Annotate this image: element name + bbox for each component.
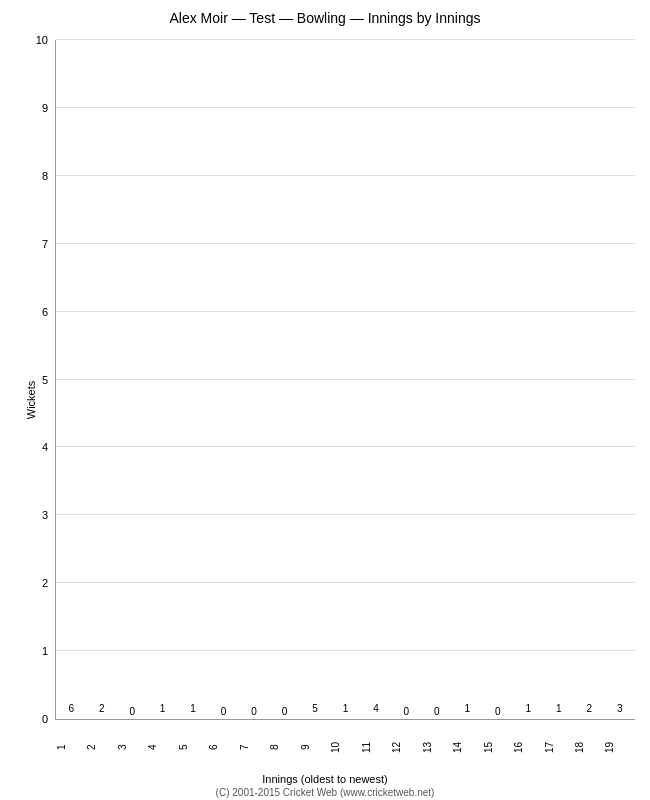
y-axis-label: Wickets: [25, 381, 37, 420]
bar-zero-label: 0: [251, 706, 257, 717]
bar-group: 0: [239, 706, 269, 719]
x-tick-label: 2: [86, 727, 116, 767]
x-axis-label: Innings (oldest to newest): [0, 773, 650, 785]
bar-value-label: 1: [343, 703, 349, 714]
bar-value-label: 4: [373, 703, 379, 714]
y-tick-label: 9: [18, 102, 48, 114]
y-tick-label: 10: [18, 34, 48, 46]
bar-value-label: 1: [525, 703, 531, 714]
bar-value-label: 1: [190, 703, 196, 714]
x-tick-label: 7: [239, 727, 269, 767]
x-tick-label: 10: [330, 727, 360, 767]
bar-group: 0: [422, 706, 452, 719]
chart-container: Alex Moir — Test — Bowling — Innings by …: [0, 0, 650, 800]
bar-group: 0: [117, 706, 147, 719]
chart-title: Alex Moir — Test — Bowling — Innings by …: [0, 0, 650, 31]
x-tick-label: 3: [117, 727, 147, 767]
bar-zero-label: 0: [129, 706, 135, 717]
copyright-text: (C) 2001-2015 Cricket Web (www.cricketwe…: [0, 787, 650, 798]
chart-area: 0123456789106201100051400101123123456789…: [55, 40, 635, 720]
x-tick-label: 5: [178, 727, 208, 767]
bar-zero-label: 0: [404, 706, 410, 717]
x-tick-label: 1: [56, 727, 86, 767]
x-tick-label: 17: [544, 727, 574, 767]
y-tick-label: 7: [18, 238, 48, 250]
bar-value-label: 5: [312, 703, 318, 714]
x-tick-label: 13: [422, 727, 452, 767]
bar-zero-label: 0: [495, 706, 501, 717]
bar-group: 0: [391, 706, 421, 719]
bar-group: 0: [483, 706, 513, 719]
bar-group: 0: [269, 706, 299, 719]
x-tick-label: 15: [483, 727, 513, 767]
bar-zero-label: 0: [221, 706, 227, 717]
y-tick-label: 2: [18, 577, 48, 589]
bars-container: 6201100051400101123: [56, 40, 635, 719]
y-tick-label: 6: [18, 306, 48, 318]
bar-value-label: 1: [556, 703, 562, 714]
bar-zero-label: 0: [434, 706, 440, 717]
x-tick-label: 12: [391, 727, 421, 767]
bar-group: 0: [208, 706, 238, 719]
bar-value-label: 2: [99, 703, 105, 714]
x-labels-container: 12345678910111213141516171819: [56, 727, 635, 767]
x-tick-label: 16: [513, 727, 543, 767]
x-tick-label: 6: [208, 727, 238, 767]
bar-value-label: 3: [617, 703, 623, 714]
bar-zero-label: 0: [282, 706, 288, 717]
y-tick-label: 0: [18, 713, 48, 725]
x-tick-label: 18: [574, 727, 604, 767]
x-tick-label: 19: [604, 727, 634, 767]
y-tick-label: 1: [18, 645, 48, 657]
x-tick-label: 9: [300, 727, 330, 767]
x-tick-label: 4: [147, 727, 177, 767]
bar-value-label: 2: [586, 703, 592, 714]
y-tick-label: 4: [18, 441, 48, 453]
bar-value-label: 6: [68, 703, 74, 714]
y-tick-label: 5: [18, 374, 48, 386]
x-tick-label: 14: [452, 727, 482, 767]
bar-value-label: 1: [160, 703, 166, 714]
y-tick-label: 3: [18, 509, 48, 521]
x-tick-label: 8: [269, 727, 299, 767]
x-tick-label: 11: [361, 727, 391, 767]
bar-value-label: 1: [465, 703, 471, 714]
y-tick-label: 8: [18, 170, 48, 182]
